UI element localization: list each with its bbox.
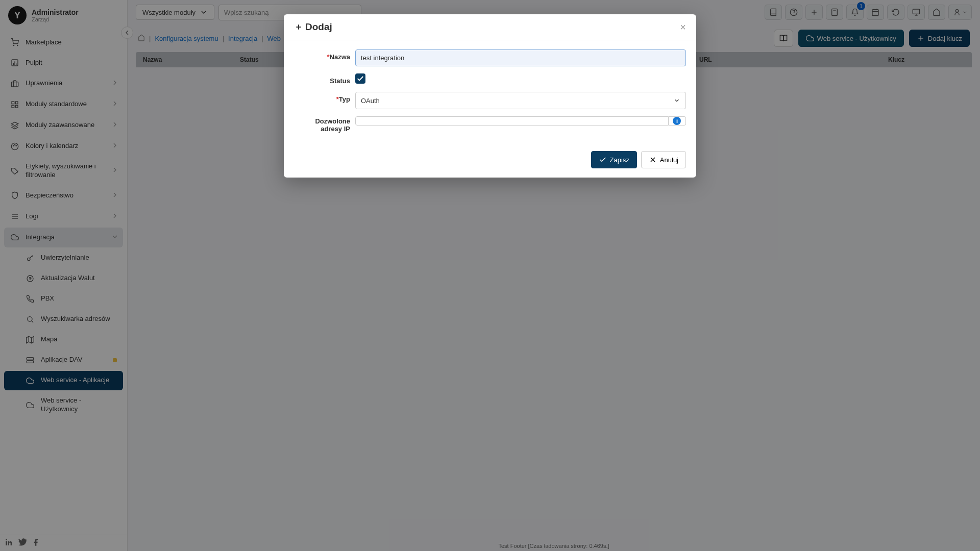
modal-title: Dodaj [294, 21, 332, 33]
cancel-label: Anuluj [660, 156, 678, 164]
form-row-nazwa: *Nazwa test integration [294, 49, 686, 66]
label-ips: Dozwolone adresy IP [294, 116, 355, 133]
add-modal: Dodaj × *Nazwa test integration Status *… [284, 14, 696, 178]
form-row-ips: Dozwolone adresy IP i [294, 116, 686, 133]
chevron-down-icon [673, 96, 680, 105]
info-icon: i [673, 117, 681, 125]
close-icon[interactable]: × [680, 22, 686, 32]
label-nazwa: *Nazwa [294, 49, 355, 61]
cancel-button[interactable]: Anuluj [641, 151, 686, 168]
check-icon [356, 74, 364, 83]
form-row-status: Status [294, 73, 686, 85]
type-select[interactable]: OAuth [355, 92, 686, 109]
label-typ: *Typ [294, 92, 355, 103]
ips-info-button[interactable]: i [669, 116, 686, 126]
modal-header: Dodaj × [284, 14, 696, 40]
type-value: OAuth [361, 97, 380, 105]
modal-body: *Nazwa test integration Status *Typ OAut… [284, 40, 696, 145]
modal-footer: Zapisz Anuluj [284, 145, 696, 178]
save-button[interactable]: Zapisz [591, 151, 637, 168]
status-checkbox[interactable] [355, 73, 365, 84]
close-icon [649, 156, 657, 164]
save-label: Zapisz [610, 156, 629, 164]
check-icon [599, 156, 607, 164]
name-input[interactable]: test integration [355, 49, 686, 66]
ips-input[interactable] [355, 116, 669, 126]
modal-title-text: Dodaj [305, 21, 332, 33]
label-status: Status [294, 73, 355, 85]
form-row-typ: *Typ OAuth [294, 92, 686, 109]
plus-icon [294, 23, 303, 31]
